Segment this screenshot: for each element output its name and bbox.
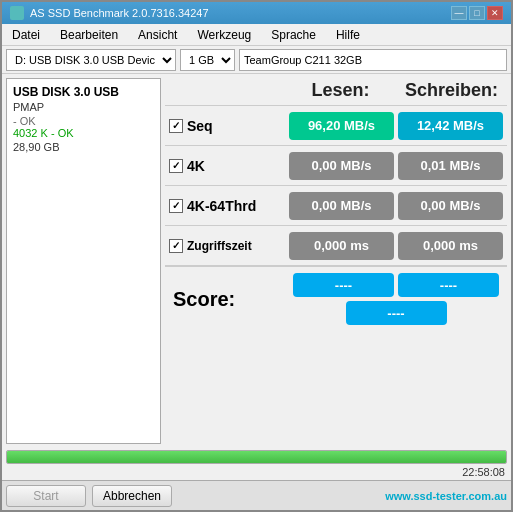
- score-total[interactable]: ----: [346, 301, 447, 325]
- bench-row-access: ✓ Zugriffszeit 0,000 ms 0,000 ms: [165, 225, 507, 265]
- main-area: USB DISK 3.0 USB PMAP - OK 4032 K - OK 2…: [2, 74, 511, 448]
- app-title: AS SSD Benchmark 2.0.7316.34247: [30, 7, 209, 19]
- bench-write-seq: 12,42 MB/s: [398, 112, 503, 140]
- close-button[interactable]: ✕: [487, 6, 503, 20]
- bench-values-access: 0,000 ms 0,000 ms: [285, 232, 507, 260]
- bench-row-seq: ✓ Seq 96,20 MB/s 12,42 MB/s: [165, 105, 507, 145]
- drive-name-display: TeamGroup C211 32GB: [239, 49, 507, 71]
- menu-datei[interactable]: Datei: [6, 26, 46, 44]
- bench-read-4k64: 0,00 MB/s: [289, 192, 394, 220]
- size-select[interactable]: 1 GB: [180, 49, 235, 71]
- menu-hilfe[interactable]: Hilfe: [330, 26, 366, 44]
- bench-write-4k64: 0,00 MB/s: [398, 192, 503, 220]
- toolbar: D: USB DISK 3.0 USB Device 1 GB TeamGrou…: [2, 46, 511, 74]
- bench-write-4k: 0,01 MB/s: [398, 152, 503, 180]
- menu-werkzeug[interactable]: Werkzeug: [191, 26, 257, 44]
- checkbox-access[interactable]: ✓: [169, 239, 183, 253]
- bench-read-4k: 0,00 MB/s: [289, 152, 394, 180]
- score-write[interactable]: ----: [398, 273, 499, 297]
- checkbox-seq[interactable]: ✓: [169, 119, 183, 133]
- cancel-button[interactable]: Abbrechen: [92, 485, 172, 507]
- header-write: Schreiben:: [396, 78, 507, 105]
- menu-bar: Datei Bearbeiten Ansicht Werkzeug Sprach…: [2, 24, 511, 46]
- bench-label-seq: ✓ Seq: [165, 118, 285, 134]
- score-values: ---- ---- ----: [289, 273, 503, 325]
- score-read[interactable]: ----: [293, 273, 394, 297]
- menu-bearbeiten[interactable]: Bearbeiten: [54, 26, 124, 44]
- info-ok2: 4032 K - OK: [13, 127, 154, 139]
- info-size: 28,90 GB: [13, 141, 154, 153]
- bench-row-4k64: ✓ 4K-64Thrd 0,00 MB/s 0,00 MB/s: [165, 185, 507, 225]
- score-row-top: ---- ----: [293, 273, 499, 297]
- progress-time: 22:58:08: [6, 466, 507, 478]
- start-button[interactable]: Start: [6, 485, 86, 507]
- bench-values-4k: 0,00 MB/s 0,01 MB/s: [285, 152, 507, 180]
- title-bar: AS SSD Benchmark 2.0.7316.34247 — □ ✕: [2, 2, 511, 24]
- score-label: Score:: [169, 288, 289, 311]
- checkbox-4k[interactable]: ✓: [169, 159, 183, 173]
- bench-read-seq: 96,20 MB/s: [289, 112, 394, 140]
- bench-label-4k64: ✓ 4K-64Thrd: [165, 198, 285, 214]
- bench-row-4k: ✓ 4K 0,00 MB/s 0,01 MB/s: [165, 145, 507, 185]
- score-section: Score: ---- ---- ----: [165, 265, 507, 331]
- bench-write-access: 0,000 ms: [398, 232, 503, 260]
- progress-bar: [6, 450, 507, 464]
- info-panel: USB DISK 3.0 USB PMAP - OK 4032 K - OK 2…: [6, 78, 161, 444]
- bench-values-seq: 96,20 MB/s 12,42 MB/s: [285, 112, 507, 140]
- info-ok1: - OK: [13, 115, 154, 127]
- bottom-bar: Start Abbrechen www.ssd-tester.com.au: [2, 480, 511, 510]
- checkbox-4k64[interactable]: ✓: [169, 199, 183, 213]
- minimize-button[interactable]: —: [451, 6, 467, 20]
- bench-read-access: 0,000 ms: [289, 232, 394, 260]
- drive-select[interactable]: D: USB DISK 3.0 USB Device: [6, 49, 176, 71]
- watermark: www.ssd-tester.com.au: [178, 490, 507, 502]
- bench-values-4k64: 0,00 MB/s 0,00 MB/s: [285, 192, 507, 220]
- bench-label-4k: ✓ 4K: [165, 158, 285, 174]
- app-icon: [10, 6, 24, 20]
- progress-fill: [7, 451, 506, 463]
- progress-section: 22:58:08: [2, 448, 511, 480]
- bench-label-access: ✓ Zugriffszeit: [165, 239, 285, 253]
- menu-sprache[interactable]: Sprache: [265, 26, 322, 44]
- info-title: USB DISK 3.0 USB: [13, 85, 154, 99]
- menu-ansicht[interactable]: Ansicht: [132, 26, 183, 44]
- bench-headers: Lesen: Schreiben:: [165, 78, 507, 105]
- maximize-button[interactable]: □: [469, 6, 485, 20]
- header-read: Lesen:: [285, 78, 396, 105]
- info-pmap: PMAP: [13, 101, 154, 113]
- benchmark-area: Lesen: Schreiben: ✓ Seq 96,20 MB/s 12,42…: [165, 78, 507, 444]
- score-row-bottom: ----: [293, 301, 499, 325]
- window-controls: — □ ✕: [451, 6, 503, 20]
